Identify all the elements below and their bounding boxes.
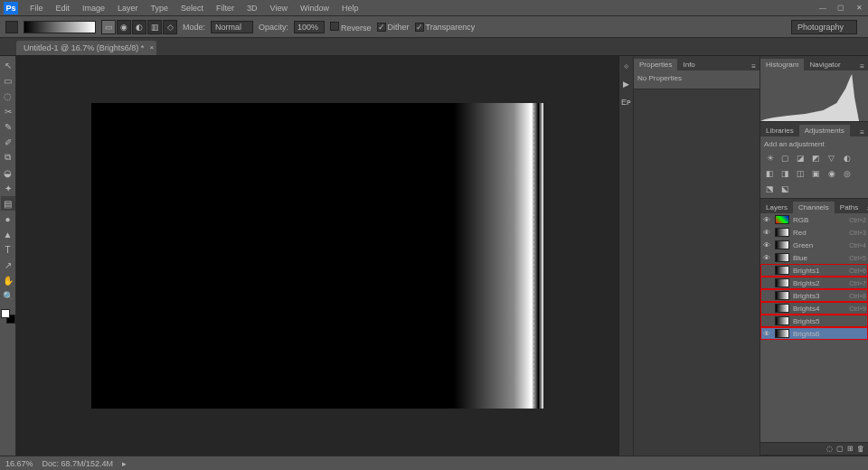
menu-type[interactable]: Type (145, 2, 175, 14)
tab-properties[interactable]: Properties (634, 59, 677, 70)
tool-8[interactable]: ✦ (1, 181, 15, 195)
channel-rgb[interactable]: 👁RGBCtrl+2 (760, 213, 868, 226)
tool-6[interactable]: ⧉ (1, 150, 15, 164)
menu-help[interactable]: Help (335, 2, 365, 14)
channel-brights5[interactable]: Brights5 (760, 315, 868, 327)
save-selection-icon[interactable]: ▢ (836, 445, 844, 453)
adjustment-icon-8[interactable]: ◫ (795, 167, 807, 179)
tab-libraries[interactable]: Libraries (760, 125, 799, 136)
tool-3[interactable]: ✂ (1, 104, 15, 118)
reverse-checkbox[interactable]: Reverse (330, 22, 372, 33)
adjustment-icon-11[interactable]: ◎ (841, 167, 853, 179)
adjustment-icon-0[interactable]: ☀ (764, 152, 776, 164)
tab-info[interactable]: Info (677, 59, 700, 70)
channel-brights4[interactable]: Brights4Ctrl+9 (760, 302, 868, 315)
channel-brights1[interactable]: Brights1Ctrl+6 (760, 264, 868, 277)
gradient-diamond-icon[interactable]: ◇ (163, 20, 177, 34)
tool-4[interactable]: ✎ (1, 119, 15, 134)
collapsed-dock: ⟐▶Eᴘ (618, 56, 633, 456)
dock-icon-2[interactable]: Eᴘ (620, 96, 633, 108)
delete-channel-icon[interactable]: 🗑 (857, 445, 864, 453)
dither-checkbox[interactable]: ✓Dither (377, 23, 410, 32)
visibility-icon[interactable]: 👁 (762, 229, 771, 237)
dock-icon-1[interactable]: ▶ (620, 78, 633, 90)
opacity-input[interactable]: 100% (294, 21, 325, 33)
panel-menu-icon[interactable]: ≡ (856, 128, 868, 136)
tab-layers[interactable]: Layers (760, 202, 793, 213)
tool-13[interactable]: ↗ (1, 258, 15, 272)
gradient-reflected-icon[interactable]: ▥ (147, 20, 162, 34)
visibility-icon[interactable]: 👁 (762, 216, 771, 224)
tab-paths[interactable]: Paths (835, 202, 863, 213)
zoom-level[interactable]: 16.67% (5, 459, 33, 468)
adjustment-icon-10[interactable]: ◉ (826, 167, 837, 179)
status-chevron-icon[interactable]: ▸ (122, 459, 127, 468)
tool-14[interactable]: ✋ (1, 273, 15, 287)
dock-icon-0[interactable]: ⟐ (620, 60, 633, 72)
menu-edit[interactable]: Edit (50, 2, 77, 14)
tab-adjustments[interactable]: Adjustments (799, 125, 850, 136)
channel-brights3[interactable]: Brights3Ctrl+8 (760, 289, 868, 302)
transparency-checkbox[interactable]: ✓Transparency (415, 23, 476, 32)
panel-menu-icon[interactable]: ≡ (748, 62, 760, 70)
adjustment-icon-3[interactable]: ◩ (810, 152, 822, 164)
tool-5[interactable]: ✐ (1, 135, 15, 149)
menu-3d[interactable]: 3D (241, 2, 264, 14)
load-selection-icon[interactable]: ◌ (826, 445, 833, 453)
menu-file[interactable]: File (24, 2, 50, 14)
close-tab-icon[interactable]: × (150, 43, 155, 52)
close-button[interactable]: ✕ (850, 0, 868, 14)
channel-blue[interactable]: 👁BlueCtrl+5 (760, 251, 868, 264)
workspace-select[interactable]: Photography (791, 20, 857, 34)
visibility-icon[interactable]: 👁 (762, 330, 771, 338)
mode-select[interactable]: Normal (211, 21, 253, 33)
gradient-angle-icon[interactable]: ◐ (132, 20, 146, 34)
menu-layer[interactable]: Layer (111, 2, 145, 14)
canvas-area[interactable] (16, 56, 618, 456)
panel-menu-icon[interactable]: ≡ (863, 205, 868, 213)
tab-channels[interactable]: Channels (793, 202, 835, 213)
tool-0[interactable]: ↖ (1, 58, 15, 72)
menu-select[interactable]: Select (175, 2, 210, 14)
gradient-radial-icon[interactable]: ◉ (117, 20, 131, 34)
adjustment-icon-13[interactable]: ⬕ (779, 183, 791, 194)
document-canvas[interactable] (91, 103, 543, 409)
tab-navigator[interactable]: Navigator (804, 59, 845, 70)
channel-brights6[interactable]: 👁Brights6 (760, 327, 868, 340)
tool-11[interactable]: ▲ (1, 227, 15, 241)
adjustment-icon-12[interactable]: ⬔ (764, 183, 776, 194)
adjustment-icon-7[interactable]: ◨ (779, 167, 791, 179)
adjustment-icon-6[interactable]: ◧ (764, 167, 776, 179)
adjustment-icon-5[interactable]: ◐ (841, 152, 853, 164)
maximize-button[interactable]: ▢ (832, 0, 850, 14)
adjustment-icon-2[interactable]: ◪ (795, 152, 807, 164)
tool-12[interactable]: T (1, 242, 15, 257)
tool-10[interactable]: ● (1, 212, 15, 226)
adjustment-icon-4[interactable]: ▽ (826, 152, 837, 164)
channel-red[interactable]: 👁RedCtrl+3 (760, 226, 868, 239)
menu-view[interactable]: View (264, 2, 294, 14)
channel-brights2[interactable]: Brights2Ctrl+7 (760, 277, 868, 289)
new-channel-icon[interactable]: ⊞ (847, 445, 854, 453)
panel-menu-icon[interactable]: ≡ (856, 62, 868, 70)
tool-1[interactable]: ▭ (1, 73, 15, 88)
tool-preset-icon[interactable] (5, 21, 18, 33)
tool-7[interactable]: ◒ (1, 165, 15, 180)
color-swatches[interactable] (1, 309, 15, 324)
adjustment-icon-1[interactable]: ▢ (779, 152, 791, 164)
menu-image[interactable]: Image (76, 2, 111, 14)
tool-2[interactable]: ◌ (1, 89, 15, 103)
visibility-icon[interactable]: 👁 (762, 254, 771, 262)
adjustment-icon-9[interactable]: ▣ (810, 167, 822, 179)
menu-window[interactable]: Window (294, 2, 335, 14)
visibility-icon[interactable]: 👁 (762, 241, 771, 249)
tab-histogram[interactable]: Histogram (760, 59, 804, 70)
channel-green[interactable]: 👁GreenCtrl+4 (760, 239, 868, 251)
gradient-preview[interactable] (24, 21, 96, 33)
gradient-linear-icon[interactable]: ▭ (101, 20, 116, 34)
menu-filter[interactable]: Filter (210, 2, 241, 14)
document-tab[interactable]: Untitled-1 @ 16.7% (Brights6/8) * × (16, 41, 156, 55)
minimize-button[interactable]: — (814, 0, 832, 14)
tool-9[interactable]: ▤ (1, 196, 15, 211)
tool-15[interactable]: 🔍 (1, 288, 15, 303)
